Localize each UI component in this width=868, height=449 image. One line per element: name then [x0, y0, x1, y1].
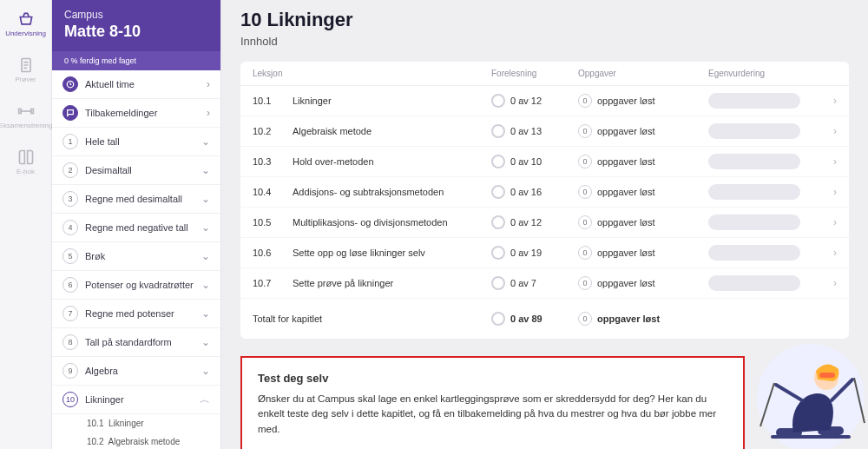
sidebar-item-label: Likninger	[85, 394, 193, 405]
svg-rect-1	[18, 109, 21, 114]
self-eval-pill[interactable]	[708, 154, 800, 169]
task-count-badge: 0	[578, 185, 592, 199]
sidebar-item-label: Hele tall	[85, 136, 194, 147]
chapter-number: 9	[62, 363, 78, 379]
lecture-progress: 0 av 10	[510, 156, 542, 167]
sidebar-item-label: Desimaltall	[85, 165, 194, 175]
lesson-title: Hold over-metoden	[293, 156, 491, 167]
table-row[interactable]: 10.4Addisjons- og subtraksjonsmetoden0 a…	[240, 177, 849, 208]
chapter-number: 10	[62, 392, 78, 407]
lecture-progress: 0 av 16	[510, 187, 542, 197]
chevron-down-icon: ⌄	[201, 365, 210, 377]
svg-rect-6	[776, 428, 802, 437]
svg-point-4	[757, 344, 865, 449]
self-eval-pill[interactable]	[708, 184, 800, 200]
lesson-num: 10.2	[253, 126, 293, 136]
svg-line-10	[760, 383, 774, 426]
progress-ring-icon	[491, 155, 505, 168]
task-status: oppgaver løst	[597, 217, 655, 228]
rail-exam[interactable]: Eksamenstrening	[3, 99, 49, 133]
chevron-right-icon: ›	[833, 247, 837, 259]
sidebar-chapter-1[interactable]: 1Hele tall⌄	[52, 128, 220, 156]
sidebar-sublesson[interactable]: 10.1 Likninger	[52, 414, 220, 432]
rail-tests[interactable]: Prøver	[3, 53, 49, 87]
sidebar-chapter-6[interactable]: 6Potenser og kvadratrøtter⌄	[52, 271, 220, 300]
chapter-number: 8	[62, 334, 78, 350]
course-progress: 0 % ferdig med faget	[52, 51, 220, 70]
chevron-down-icon: ⌄	[201, 279, 210, 291]
chapter-number: 7	[62, 306, 78, 321]
table-total-row: Totalt for kapitlet 0 av 89 0oppgaver lø…	[240, 299, 849, 339]
chevron-right-icon: ›	[207, 107, 210, 119]
task-status: oppgaver løst	[597, 278, 655, 288]
lesson-num: 10.4	[253, 187, 293, 197]
chevron-down-icon: ⌄	[201, 250, 210, 262]
self-eval-pill[interactable]	[708, 275, 800, 291]
testbox-heading: Test deg selv	[258, 372, 727, 385]
sidebar-item-label: Regne med negative tall	[85, 222, 194, 233]
chevron-right-icon: ›	[833, 277, 837, 289]
clock-icon	[62, 76, 78, 92]
table-row[interactable]: 10.7Sette prøve på likninger0 av 70oppga…	[240, 268, 849, 299]
chevron-down-icon: ⌄	[201, 135, 210, 148]
chapter-number: 4	[62, 220, 78, 235]
chapter-list: Aktuell time › Tilbakemeldinger › 1Hele …	[52, 70, 220, 449]
sidebar-chapter-10[interactable]: 10Likninger︿	[52, 386, 220, 414]
rail-label: Undervisning	[5, 30, 46, 37]
self-eval-pill[interactable]	[708, 215, 800, 230]
table-row[interactable]: 10.5Multiplikasjons- og divisjonsmetoden…	[240, 208, 849, 238]
rail-ebook[interactable]: E-bok	[3, 145, 49, 179]
table-row[interactable]: 10.6Sette opp og løse likninger selv0 av…	[240, 238, 849, 268]
lesson-num: 10.3	[253, 156, 293, 167]
progress-ring-icon	[491, 124, 505, 138]
self-eval-pill[interactable]	[708, 93, 800, 109]
sidebar-chapter-8[interactable]: 8Tall på standardform⌄	[52, 328, 220, 357]
page-subtitle: Innhold	[240, 35, 849, 48]
basket-icon	[17, 10, 35, 28]
sidebar-item-feedback[interactable]: Tilbakemeldinger ›	[52, 99, 220, 128]
sidebar-chapter-7[interactable]: 7Regne med potenser⌄	[52, 300, 220, 328]
lesson-title: Multiplikasjons- og divisjonsmetoden	[293, 217, 491, 228]
self-eval-pill[interactable]	[708, 245, 800, 261]
table-row[interactable]: 10.1Likninger0 av 120oppgaver løst›	[240, 86, 849, 116]
chevron-right-icon: ›	[833, 95, 837, 107]
table-row[interactable]: 10.2Algebraisk metode0 av 130oppgaver lø…	[240, 116, 849, 147]
sidebar-sublesson[interactable]: 10.2 Algebraisk metode	[52, 432, 220, 449]
svg-line-11	[854, 378, 865, 423]
rail-label: Prøver	[16, 76, 36, 83]
sidebar-item-current-lesson[interactable]: Aktuell time ›	[52, 70, 220, 99]
lecture-progress: 0 av 13	[510, 126, 542, 136]
lesson-num: 10.5	[253, 217, 293, 228]
sidebar-item-label: Tall på standardform	[85, 337, 194, 347]
svg-rect-5	[771, 435, 851, 439]
sidebar-item-label: Regne med potenser	[85, 308, 194, 319]
sidebar-item-label: Regne med desimaltall	[85, 194, 194, 204]
sidebar-chapter-2[interactable]: 2Desimaltall⌄	[52, 156, 220, 185]
sidebar-item-label: Potenser og kvadratrøtter	[85, 280, 194, 290]
lecture-progress: 0 av 19	[510, 248, 542, 258]
rail-teaching[interactable]: Undervisning	[3, 7, 49, 41]
lesson-title: Likninger	[293, 96, 491, 106]
svg-point-8	[814, 366, 838, 390]
chevron-right-icon: ›	[833, 216, 837, 228]
dumbbell-icon	[17, 102, 35, 120]
chevron-right-icon: ›	[833, 155, 837, 168]
svg-rect-2	[30, 109, 33, 114]
sidebar-chapter-3[interactable]: 3Regne med desimaltall⌄	[52, 185, 220, 214]
chevron-down-icon: ⌄	[201, 193, 210, 205]
task-count-badge: 0	[578, 276, 592, 290]
self-eval-pill[interactable]	[708, 123, 800, 139]
rail-label: Eksamenstrening	[0, 122, 52, 129]
svg-rect-9	[819, 373, 835, 378]
chevron-down-icon: ⌄	[201, 336, 210, 348]
col-tasks: Oppgaver	[578, 69, 708, 78]
sidebar-chapter-5[interactable]: 5Brøk⌄	[52, 242, 220, 271]
sidebar-chapter-4[interactable]: 4Regne med negative tall⌄	[52, 214, 220, 242]
task-status: oppgaver løst	[597, 126, 655, 136]
chevron-down-icon: ⌄	[201, 164, 210, 176]
lesson-title: Algebraisk metode	[293, 126, 491, 136]
table-row[interactable]: 10.3Hold over-metoden0 av 100oppgaver lø…	[240, 147, 849, 177]
lesson-title: Sette prøve på likninger	[293, 278, 491, 288]
sidebar-chapter-9[interactable]: 9Algebra⌄	[52, 357, 220, 386]
chevron-right-icon: ›	[207, 78, 210, 90]
